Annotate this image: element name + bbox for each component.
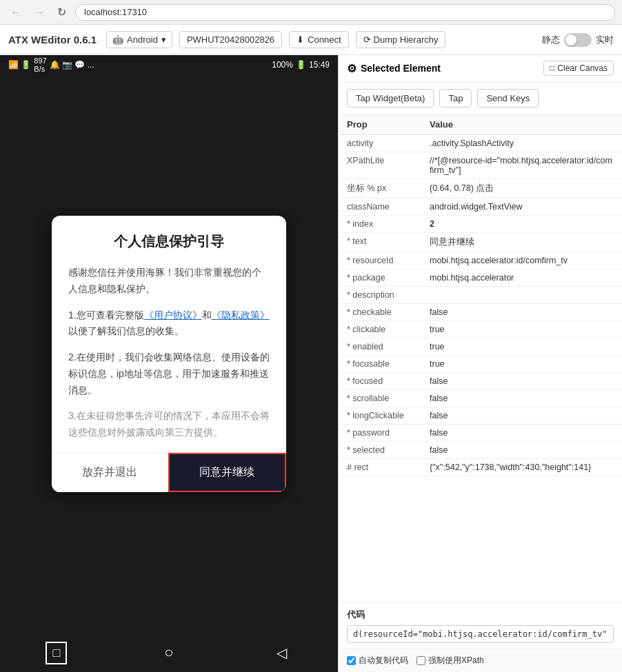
- table-row: * focusedfalse: [339, 373, 622, 390]
- reload-button[interactable]: ↻: [54, 4, 70, 20]
- clear-canvas-button[interactable]: □ Clear Canvas: [543, 61, 614, 76]
- table-row: * enabledtrue: [339, 338, 622, 356]
- para2-prefix: 1.您可查看完整版: [68, 309, 144, 320]
- prop-value: (0.64, 0.78) 点击: [421, 179, 622, 198]
- bottom-options: 自动复制代码 强制使用XPath: [339, 649, 622, 672]
- toggle-knob: [565, 34, 576, 45]
- phone-screen-content[interactable]: 个人信息保护引导 感谢您信任并使用海豚！我们非常重视您的个人信息和隐私保护。 1…: [0, 74, 338, 633]
- phone-panel: 📶 🔋 897B/s 🔔 📷 💬 ... 100% 🔋 15:49 个人信息保护…: [0, 55, 338, 672]
- code-input[interactable]: [347, 625, 614, 643]
- clock: 15:49: [309, 60, 330, 70]
- prop-name: * enabled: [339, 338, 421, 356]
- phone-nav-bar: □ ○ ◁: [0, 633, 338, 672]
- address-bar[interactable]: [75, 4, 615, 21]
- dialog-footer: 放弃并退出 同意并继续: [52, 452, 286, 492]
- user-agreement-link[interactable]: 《用户协议》: [144, 309, 202, 320]
- tap-widget-button[interactable]: Tap Widget(Beta): [347, 89, 434, 108]
- back-button[interactable]: ←: [7, 5, 25, 20]
- table-row: * passwordfalse: [339, 425, 622, 442]
- prop-name: * checkable: [339, 304, 421, 321]
- prop-value: {"x":542,"y":1738,"width":430,"height":1…: [421, 459, 622, 476]
- android-icon: 🤖: [112, 34, 123, 45]
- prop-value: 同意并继续: [421, 233, 622, 252]
- prop-name: * index: [339, 216, 421, 233]
- prop-name: * description: [339, 287, 421, 304]
- force-xpath-option[interactable]: 强制使用XPath: [417, 655, 484, 666]
- dialog-para4: 3.在未征得您事先许可的情况下，本应用不会将这些信息对外披露或向第三方提供。: [68, 408, 270, 441]
- connect-button[interactable]: ⬇ Connect: [289, 31, 348, 48]
- properties-table: Prop Value activity.activity.SplashActiv…: [339, 115, 622, 602]
- code-label: 代码: [347, 609, 614, 621]
- toggle-static-label: 静态: [542, 34, 560, 46]
- table-row: * text同意并继续: [339, 233, 622, 252]
- canvas-icon: □: [550, 63, 554, 73]
- table-row: * checkablefalse: [339, 304, 622, 321]
- prop-name: activity: [339, 134, 421, 152]
- action-buttons: Tap Widget(Beta) Tap Send Keys: [339, 82, 622, 115]
- battery-level: 100%: [272, 60, 293, 70]
- battery-icon: 🔋: [296, 60, 306, 70]
- refresh-icon: ⟳: [363, 34, 371, 45]
- table-row: classNameandroid.widget.TextView: [339, 198, 622, 216]
- code-section: 代码: [339, 602, 622, 649]
- nav-circle-button[interactable]: ○: [159, 638, 179, 667]
- auto-copy-checkbox[interactable]: [347, 656, 356, 665]
- nav-square-button[interactable]: □: [46, 642, 67, 664]
- confirm-button[interactable]: 同意并继续: [168, 453, 287, 492]
- settings-icon: ⚙: [347, 62, 357, 75]
- table-row: 坐标 % px(0.64, 0.78) 点击: [339, 179, 622, 198]
- realtime-toggle-group: 静态 实时: [542, 33, 614, 47]
- prop-value: [421, 287, 622, 304]
- device-id: PWHUT20428002826: [179, 31, 282, 48]
- prop-name: * package: [339, 269, 421, 287]
- status-extra-icons: 🔔 📷 💬 ...: [50, 60, 94, 70]
- panel-title: ⚙ Selected Element: [347, 62, 441, 75]
- toggle-realtime-label: 实时: [596, 34, 614, 46]
- dialog-body: 个人信息保护引导 感谢您信任并使用海豚！我们非常重视您的个人信息和隐私保护。 1…: [52, 216, 286, 452]
- dump-hierarchy-button[interactable]: ⟳ Dump Hierarchy: [356, 31, 446, 48]
- status-right: 100% 🔋 15:49: [272, 60, 330, 70]
- value-column-header: Value: [421, 115, 622, 134]
- prop-name: * longClickable: [339, 407, 421, 425]
- table-row: * resourceIdmobi.htjsq.accelerator:id/co…: [339, 252, 622, 269]
- prop-value: mobi.htjsq.accelerator:id/comfirm_tv: [421, 252, 622, 269]
- privacy-dialog: 个人信息保护引导 感谢您信任并使用海豚！我们非常重视您的个人信息和隐私保护。 1…: [52, 216, 286, 492]
- prop-column-header: Prop: [339, 115, 421, 134]
- prop-value: mobi.htjsq.accelerator: [421, 269, 622, 287]
- table-row: * scrollablefalse: [339, 390, 622, 407]
- prop-name: 坐标 % px: [339, 179, 421, 198]
- prop-name: * clickable: [339, 321, 421, 338]
- prop-name: * focusable: [339, 356, 421, 373]
- panel-header: ⚙ Selected Element □ Clear Canvas: [339, 55, 622, 82]
- table-row: * longClickablefalse: [339, 407, 622, 425]
- prop-name: * scrollable: [339, 390, 421, 407]
- platform-dropdown[interactable]: 🤖 Android ▾: [106, 31, 172, 48]
- prop-value: //*[@resource-id="mobi.htjsq.accelerator…: [421, 152, 622, 179]
- browser-bar: ← → ↻: [0, 0, 622, 25]
- tap-button[interactable]: Tap: [439, 89, 472, 108]
- prop-value: 2: [421, 216, 622, 233]
- send-keys-button[interactable]: Send Keys: [477, 89, 539, 108]
- status-left: 📶 🔋 897B/s 🔔 📷 💬 ...: [8, 57, 94, 73]
- status-speed: 897B/s: [34, 57, 46, 73]
- nav-back-button[interactable]: ◁: [271, 639, 292, 666]
- realtime-toggle[interactable]: [564, 33, 592, 47]
- prop-value: true: [421, 321, 622, 338]
- dialog-title: 个人信息保护引导: [68, 232, 270, 251]
- connect-icon: ⬇: [297, 34, 304, 45]
- forward-button[interactable]: →: [30, 5, 48, 20]
- table-row: * focusabletrue: [339, 356, 622, 373]
- prop-value: false: [421, 442, 622, 459]
- table-row: * packagemobi.htjsq.accelerator: [339, 269, 622, 287]
- auto-copy-option[interactable]: 自动复制代码: [347, 655, 408, 666]
- force-xpath-checkbox[interactable]: [417, 656, 425, 665]
- prop-value: true: [421, 338, 622, 356]
- app-title: ATX WEditor 0.6.1: [8, 34, 97, 45]
- privacy-policy-link[interactable]: 《隐私政策》: [212, 309, 270, 320]
- main-content: 📶 🔋 897B/s 🔔 📷 💬 ... 100% 🔋 15:49 个人信息保护…: [0, 55, 622, 672]
- prop-value: false: [421, 304, 622, 321]
- cancel-button[interactable]: 放弃并退出: [52, 453, 168, 492]
- table-row: # rect{"x":542,"y":1738,"width":430,"hei…: [339, 459, 622, 476]
- dialog-para1: 感谢您信任并使用海豚！我们非常重视您的个人信息和隐私保护。: [68, 265, 270, 298]
- element-properties: Prop Value activity.activity.SplashActiv…: [339, 115, 622, 476]
